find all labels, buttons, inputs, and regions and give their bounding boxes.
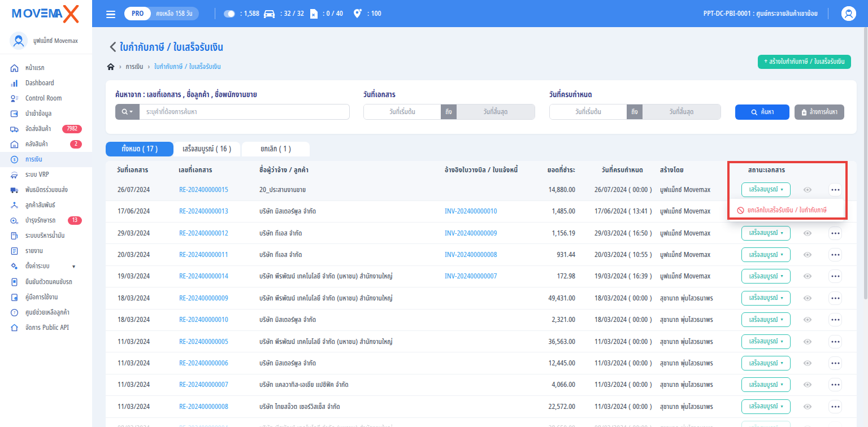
svg-text:O: O [23, 6, 33, 20]
svg-text:A: A [54, 6, 63, 20]
svg-text:M: M [11, 6, 22, 20]
svg-text:?: ? [14, 310, 15, 316]
svg-text:V: V [32, 6, 41, 20]
svg-text:$: $ [14, 156, 16, 163]
svg-text:i: i [16, 297, 16, 300]
